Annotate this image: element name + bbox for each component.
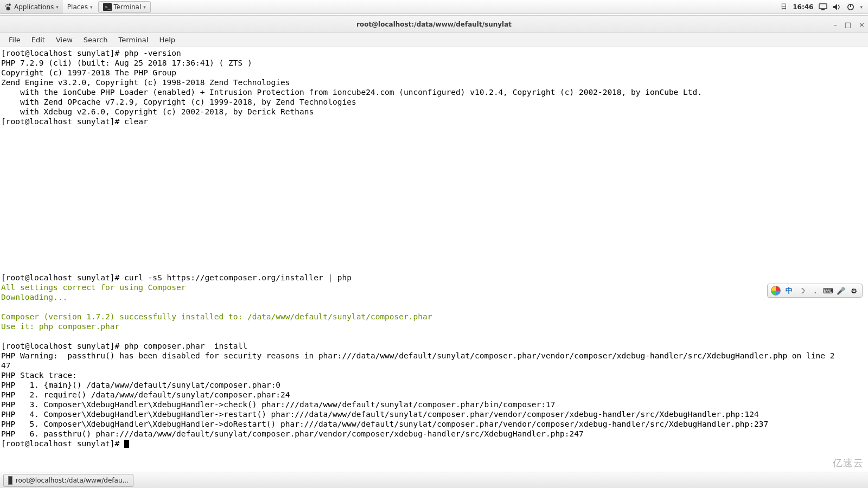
window-title: root@localhost:/data/www/default/sunylat xyxy=(356,21,512,28)
ime-toolbar[interactable]: 中 ☽ ， ⌨ 🎤 ⚙ xyxy=(767,284,863,298)
menu-terminal[interactable]: Terminal xyxy=(113,36,154,44)
gnome-top-panel: Applications ▾ Places ▾ >_ Terminal ▾ 日 … xyxy=(0,0,868,14)
terminal-cursor xyxy=(124,440,129,448)
caret-down-icon: ▾ xyxy=(56,4,59,10)
places-label: Places xyxy=(67,3,88,11)
terminal-icon: >_ xyxy=(103,3,112,11)
ime-punct[interactable]: ， xyxy=(810,286,820,296)
gnome-foot-icon xyxy=(4,3,12,11)
ime-mic-icon[interactable]: 🎤 xyxy=(836,286,846,296)
terminal-viewport[interactable]: [root@localhost sunylat]# php -version P… xyxy=(0,47,868,471)
close-button[interactable]: × xyxy=(859,21,865,29)
taskbar-item-label: root@localhost:/data/www/defau... xyxy=(16,477,129,484)
terminal-launcher[interactable]: >_ Terminal ▾ xyxy=(98,1,151,13)
power-icon[interactable] xyxy=(847,3,854,11)
svg-rect-6 xyxy=(819,4,827,9)
terminal-window: root@localhost:/data/www/default/sunylat… xyxy=(0,15,868,471)
svg-point-0 xyxy=(8,3,10,5)
taskbar-item-terminal[interactable]: root@localhost:/data/www/defau... xyxy=(3,474,133,487)
caret-down-icon: ▾ xyxy=(143,4,146,10)
terminal-icon xyxy=(8,476,12,485)
svg-point-3 xyxy=(7,7,10,10)
places-menu[interactable]: Places ▾ xyxy=(63,0,97,14)
terminal-launcher-label: Terminal xyxy=(114,3,142,11)
svg-point-1 xyxy=(7,4,8,5)
caret-down-icon: ▾ xyxy=(90,4,93,10)
clock[interactable]: 16:46 xyxy=(793,3,813,11)
window-titlebar[interactable]: root@localhost:/data/www/default/sunylat… xyxy=(0,16,868,33)
ime-moon-icon[interactable]: ☽ xyxy=(797,286,807,296)
minimize-button[interactable]: – xyxy=(833,21,837,29)
menu-view[interactable]: View xyxy=(50,36,78,44)
maximize-button[interactable]: □ xyxy=(845,21,851,29)
ime-zhong[interactable]: 中 xyxy=(784,286,794,296)
volume-icon[interactable] xyxy=(833,3,841,11)
date-glyph[interactable]: 日 xyxy=(781,2,787,11)
svg-marker-8 xyxy=(833,4,837,10)
svg-point-2 xyxy=(5,5,7,7)
ime-keyboard-icon[interactable]: ⌨ xyxy=(823,286,833,296)
terminal-menubar: File Edit View Search Terminal Help xyxy=(0,33,868,47)
ime-globe-icon[interactable] xyxy=(771,286,781,296)
svg-text:>_: >_ xyxy=(105,4,111,10)
menu-edit[interactable]: Edit xyxy=(26,36,50,44)
menu-help[interactable]: Help xyxy=(154,36,181,44)
applications-menu[interactable]: Applications ▾ xyxy=(0,0,63,14)
bottom-taskbar: root@localhost:/data/www/defau... xyxy=(0,472,868,488)
applications-label: Applications xyxy=(14,3,54,11)
menu-file[interactable]: File xyxy=(3,36,26,44)
menu-search[interactable]: Search xyxy=(78,36,113,44)
caret-down-icon[interactable]: ▾ xyxy=(860,4,863,10)
display-icon[interactable] xyxy=(819,3,827,11)
svg-rect-7 xyxy=(821,9,825,10)
ime-settings-icon[interactable]: ⚙ xyxy=(849,286,859,296)
